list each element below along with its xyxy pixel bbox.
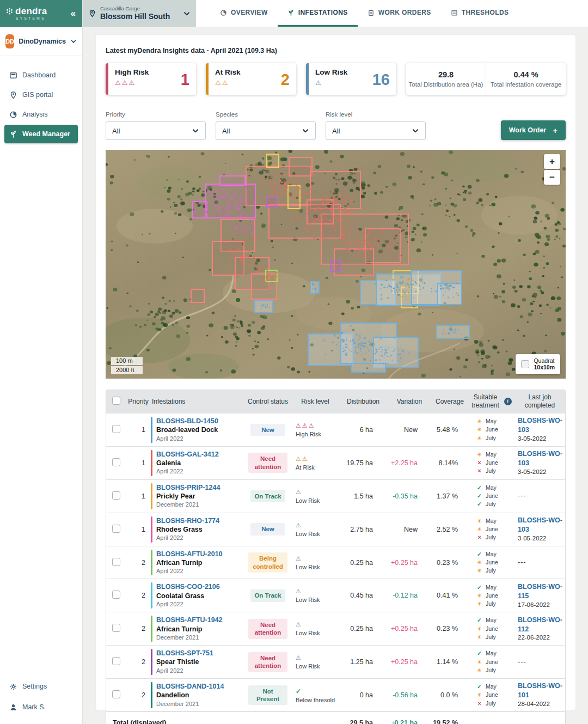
table-row[interactable]: 1 BLOSHS-GAL-3412 Galenia April 2022 Nee… (106, 446, 565, 479)
infestation-id-link[interactable]: BLOSHS-AFTU-2010 (156, 550, 223, 558)
treatment-month: ×June (476, 459, 512, 467)
work-order-link[interactable]: BLOSHS-WO-112 (518, 616, 565, 634)
tab-overview[interactable]: OVERVIEW (210, 0, 278, 27)
filter-label: Species (216, 111, 316, 118)
infestation-id-link[interactable]: BLOSHS-AFTU-1942 (156, 616, 223, 624)
control-status-badge: Need attention (248, 652, 287, 672)
work-order-label: Work Order (509, 126, 547, 134)
priority-select[interactable]: All (106, 121, 206, 140)
work-order-link[interactable]: BLOSHS-WO-103 (518, 449, 565, 468)
suitable-treatment-cell: ✓May☀June☀July (468, 581, 513, 611)
control-status-badge: New (250, 523, 285, 535)
quadrat-checkbox[interactable] (521, 360, 529, 368)
scale-imperial: 2000 ft (111, 366, 143, 374)
coverage-value: 2.52 % (432, 524, 468, 536)
sidebar-item-analysis[interactable]: Analysis (4, 105, 78, 124)
species-color-bar (151, 483, 152, 509)
infestation-date: April 2022 (156, 467, 219, 476)
sun-icon: ☀ (476, 666, 482, 674)
chevron-down-icon (70, 38, 77, 45)
row-checkbox[interactable] (112, 525, 120, 533)
row-checkbox[interactable] (112, 458, 120, 466)
check-icon: ✓ (476, 616, 482, 624)
row-priority: 1 (126, 457, 151, 469)
table-row[interactable]: 1 BLOSHS-BLD-1450 Broad-leaved Dock Apri… (106, 413, 565, 446)
infestation-id-link[interactable]: BLOSHS-GAL-3412 (156, 450, 219, 459)
sidebar-item-settings[interactable]: Settings (4, 677, 78, 696)
infestation-date: December 2021 (156, 501, 220, 509)
work-order-link[interactable]: BLOSHS-WO-103 (518, 416, 565, 435)
risk-label: Low Risk (296, 564, 338, 570)
work-order-link[interactable]: BLOSHS-WO-115 (518, 582, 565, 601)
row-checkbox[interactable] (112, 591, 120, 599)
row-checkbox[interactable] (112, 690, 120, 698)
row-checkbox[interactable] (112, 491, 120, 500)
species-select[interactable]: All (216, 121, 316, 140)
infestation-id-link[interactable]: BLOSHS-RHO-1774 (156, 516, 219, 525)
quadrat-toggle[interactable]: Quadrat 10x10m (516, 354, 560, 374)
treatment-month: ×July (476, 467, 512, 475)
infestation-map[interactable]: + − 100 m 2000 ft Quadrat 10x10m (106, 150, 566, 379)
header-variation: Variation (387, 394, 432, 409)
row-checkbox[interactable] (112, 624, 120, 632)
coverage-value: 1.14 % (432, 656, 468, 668)
check-icon: ✓ (476, 484, 482, 492)
last-job-cell: --- (513, 489, 566, 503)
row-checkbox[interactable] (112, 425, 120, 433)
select-value: All (222, 127, 230, 135)
insights-title: Latest myDendra Insights data - April 20… (106, 47, 566, 54)
infestation-id-link[interactable]: BLOSHS-COO-2106 (156, 582, 220, 591)
work-order-link[interactable]: BLOSHS-WO-103 (518, 516, 565, 534)
table-row[interactable]: 1 BLOSHS-PRIP-1244 Prickly Pear December… (106, 479, 565, 513)
org-selector[interactable]: DD DinoDynamics (0, 27, 82, 56)
control-status-badge: On Track (250, 490, 285, 502)
tab-thresholds[interactable]: THRESHOLDS (441, 0, 519, 27)
risk-level-select[interactable]: All (326, 121, 426, 140)
row-checkbox[interactable] (112, 558, 120, 566)
infestation-id-link[interactable]: BLOSHS-PRIP-1244 (156, 483, 220, 492)
infestation-id-link[interactable]: BLOSHS-SPT-751 (156, 649, 213, 658)
select-all-checkbox[interactable] (112, 397, 120, 405)
control-status-badge: Need attention (248, 619, 287, 639)
row-checkbox[interactable] (112, 657, 120, 665)
sidebar-item-weed-manager[interactable]: Weed Manager (4, 125, 78, 143)
tab-infestations[interactable]: INFESTATIONS (278, 0, 358, 27)
treatment-month: ☀July (476, 633, 512, 641)
suitable-treatment-cell: ☀May☀June☀July (468, 415, 513, 445)
zoom-in-button[interactable]: + (544, 154, 560, 169)
sidebar-item-dashboard[interactable]: Dashboard (4, 66, 78, 84)
work-order-link[interactable]: BLOSHS-WO-101 (518, 682, 565, 700)
sidebar-item-gis-portal[interactable]: GIS portal (4, 86, 78, 104)
table-row[interactable]: 2 BLOSHS-AFTU-2010 African Turnip April … (106, 546, 565, 579)
site-selector[interactable]: Cascadilla Gorge Blossom Hill South (83, 0, 196, 27)
total-coverage-value: 19.52 % (432, 717, 468, 724)
suitable-treatment-cell: ✓May☀June×July (468, 680, 513, 710)
table-row[interactable]: 2 BLOSHS-DAND-1014 Dandelion December 20… (106, 678, 565, 711)
low-risk-card: Low Risk ⚠ 16 (306, 63, 396, 95)
no-job-placeholder: --- (518, 492, 526, 500)
row-priority: 2 (126, 557, 151, 569)
total-coverage-value: 0.44 % (513, 70, 538, 79)
dendra-logo: dendra SYSTEMS (5, 7, 47, 21)
risk-icon: ⚠⚠⚠ (296, 422, 338, 429)
last-job-cell: BLOSHS-WO-11222-06-2022 (513, 613, 566, 644)
table-row[interactable]: 2 BLOSHS-COO-2106 Coolatai Grass April 2… (106, 579, 565, 612)
total-label: Total (displayed) (106, 719, 291, 724)
infestation-id-link[interactable]: BLOSHS-DAND-1014 (156, 682, 224, 691)
risk-label: Low Risk (296, 663, 338, 670)
coverage-value: 1.37 % (432, 490, 468, 502)
infestation-id-link[interactable]: BLOSHS-BLD-1450 (156, 417, 218, 425)
tab-work-orders[interactable]: WORK ORDERS (358, 0, 441, 27)
work-order-button[interactable]: Work Order + (501, 120, 566, 140)
sidebar-item-user[interactable]: Mark S. (4, 698, 78, 716)
table-row[interactable]: 2 BLOSHS-SPT-751 Spear Thistle April 202… (106, 645, 565, 678)
zoom-out-button[interactable]: − (544, 170, 560, 185)
info-icon[interactable]: i (504, 398, 512, 405)
table-row[interactable]: 1 BLOSHS-RHO-1774 Rhodes Grass April 202… (106, 513, 565, 546)
warning-triangles-icon: ⚠⚠⚠ (115, 79, 149, 87)
table-row[interactable]: 2 BLOSHS-AFTU-1942 African Turnip Decemb… (106, 612, 565, 645)
infestation-species: Dandelion (156, 691, 224, 699)
treatment-month: ☀June (476, 625, 512, 633)
sidebar-collapse-icon[interactable]: « (71, 8, 76, 19)
select-value: All (112, 127, 120, 135)
